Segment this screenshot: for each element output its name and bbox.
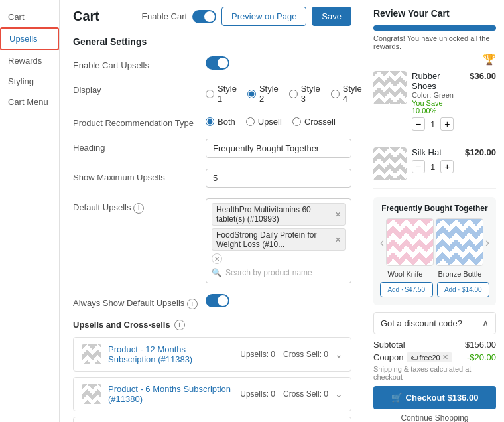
product-0-upsells: Upsells: 0 xyxy=(240,350,275,359)
checkout-button[interactable]: 🛒 Checkout $136.00 xyxy=(373,386,496,409)
display-row: Display Style 1 Style 2 Style 3 Style 4 … xyxy=(73,81,351,104)
fbt-add-row: Add · $47.50 Add · $14.00 xyxy=(380,282,489,297)
max-upsells-control xyxy=(206,169,351,188)
sidebar-item-styling[interactable]: Styling xyxy=(0,71,59,92)
enable-upsells-label: Enable Cart Upsells xyxy=(73,56,206,70)
cart-item-0-minus[interactable]: − xyxy=(412,117,425,131)
display-style4-label: Style 4 xyxy=(343,84,362,104)
cart-item-0-qty: 1 xyxy=(430,119,435,129)
cart-item-1-name: Silk Hat xyxy=(412,147,460,157)
progress-bar-fill xyxy=(373,25,496,31)
continue-shopping-link[interactable]: Continue Shopping xyxy=(373,413,496,422)
default-upsells-label: Default Upsells i xyxy=(73,198,206,214)
display-style4[interactable]: Style 4 xyxy=(331,84,362,104)
display-style1-label: Style 1 xyxy=(218,84,237,104)
sidebar-item-cart[interactable]: Cart xyxy=(0,7,59,27)
fbt-item-1-img xyxy=(436,218,483,266)
product-0-chevron[interactable]: ⌄ xyxy=(335,349,343,360)
display-style2[interactable]: Style 2 xyxy=(247,84,279,104)
tag-search-row: 🔍 Search by product name xyxy=(212,267,346,279)
heading-control xyxy=(206,139,351,158)
rec-both-label: Both xyxy=(218,117,235,127)
display-style3[interactable]: Style 3 xyxy=(289,84,320,104)
coupon-remove[interactable]: ✕ xyxy=(442,353,448,362)
fbt-item-0-img xyxy=(386,218,434,266)
default-upsells-control: HealthPro Multivitamins 60 tablet(s) (#1… xyxy=(206,198,351,283)
fbt-section: Frequently Bought Together ‹ › Wool Knif… xyxy=(373,197,496,305)
rec-upsell[interactable]: Upsell xyxy=(246,117,282,127)
enable-upsells-control xyxy=(206,56,351,70)
heading-input[interactable] xyxy=(206,139,351,158)
cart-icon: 🛒 xyxy=(391,393,402,403)
recommendation-type-label: Product Recommendation Type xyxy=(73,114,206,128)
page-header: Cart Enable Cart Preview on Page Save xyxy=(73,7,351,26)
enable-cart-toggle[interactable] xyxy=(192,10,216,23)
display-style3-label: Style 3 xyxy=(301,84,320,104)
fbt-title: Frequently Bought Together xyxy=(380,204,489,213)
max-upsells-label: Show Maximum Upsells xyxy=(73,169,206,182)
cart-item-0-details: Rubber Shoes Color: Green You Save 10.00… xyxy=(412,71,464,131)
default-upsells-info-icon[interactable]: i xyxy=(133,203,144,214)
fbt-add-0[interactable]: Add · $47.50 xyxy=(380,282,433,297)
tag-input-area[interactable]: HealthPro Multivitamins 60 tablet(s) (#1… xyxy=(206,198,351,283)
product-row-2[interactable]: Ninja Hoodie (#11242) Upsells: 0 Cross S… xyxy=(73,417,351,423)
cart-item-1-plus[interactable]: + xyxy=(440,160,454,173)
product-1-chevron[interactable]: ⌄ xyxy=(335,389,343,399)
display-radio-group: Style 1 Style 2 Style 3 Style 4 Style 5 xyxy=(206,81,365,104)
product-0-thumb xyxy=(82,344,101,364)
recommendation-radio-group: Both Upsell Crossell xyxy=(206,114,351,127)
upsells-section-info-icon[interactable]: i xyxy=(174,320,185,330)
preview-button[interactable]: Preview on Page xyxy=(221,7,306,26)
tag-2-remove[interactable]: ✕ xyxy=(335,236,341,244)
discount-chevron: ∧ xyxy=(482,318,489,328)
sidebar-item-cart-menu[interactable]: Cart Menu xyxy=(0,92,59,112)
fbt-add-1[interactable]: Add · $14.00 xyxy=(437,282,490,297)
product-1-crosssells: Cross Sell: 0 xyxy=(283,389,328,399)
search-icon: 🔍 xyxy=(212,268,221,277)
cart-item-0-plus[interactable]: + xyxy=(440,117,454,131)
progress-bar-container xyxy=(373,25,496,31)
product-row-1[interactable]: Product - 6 Months Subscription (#11380)… xyxy=(73,377,351,411)
sidebar: Cart Upsells Rewards Styling Cart Menu xyxy=(0,0,60,422)
upsells-section-title: Upsells and Cross-sells i xyxy=(73,320,351,330)
cart-item-1-qty: 1 xyxy=(430,162,435,172)
coupon-badge: 🏷 free20 ✕ xyxy=(407,352,452,362)
trophy-icon: 🏆 xyxy=(373,53,496,66)
cart-item-1: Silk Hat − 1 + $120.00 xyxy=(373,147,496,189)
fbt-next[interactable]: › xyxy=(485,236,489,249)
enable-upsells-toggle[interactable] xyxy=(206,56,229,70)
always-show-info-icon[interactable]: i xyxy=(187,299,198,309)
coupon-tag-icon: 🏷 xyxy=(410,354,418,362)
tag-1-remove[interactable]: ✕ xyxy=(335,210,341,219)
discount-header[interactable]: Got a discount code? ∧ xyxy=(381,318,489,328)
fbt-items-names: Wool Knife Bronze Bottle xyxy=(380,270,489,278)
always-show-row: Always Show Default Upsells i xyxy=(73,294,351,309)
cart-item-1-minus[interactable]: − xyxy=(412,160,425,173)
coupon-text: Coupon xyxy=(373,352,404,362)
cart-item-0-save: You Save 10.00% xyxy=(412,99,464,115)
shipping-text: Shipping & taxes calculated at checkout xyxy=(373,365,496,381)
sidebar-item-rewards[interactable]: Rewards xyxy=(0,50,59,71)
tag-2: FoodStrong Daily Protein for Weight Loss… xyxy=(212,228,346,251)
clear-tags[interactable]: ✕ xyxy=(212,253,222,264)
coupon-code: free20 xyxy=(420,354,440,362)
page-title: Cart xyxy=(73,9,99,24)
max-upsells-input[interactable] xyxy=(206,169,351,188)
right-panel: Review Your Cart Congrats! You have unlo… xyxy=(365,0,504,422)
always-show-toggle[interactable] xyxy=(206,294,229,307)
sidebar-item-upsells[interactable]: Upsells xyxy=(0,27,59,50)
rec-both[interactable]: Both xyxy=(206,117,235,127)
cart-item-0-img xyxy=(373,71,407,104)
cart-item-0-price: $36.00 xyxy=(470,71,496,81)
display-style1[interactable]: Style 1 xyxy=(206,84,237,104)
recommendation-type-control: Both Upsell Crossell xyxy=(206,114,351,127)
heading-row: Heading xyxy=(73,139,351,158)
tag-2-label: FoodStrong Daily Protein for Weight Loss… xyxy=(216,230,332,249)
header-right: Enable Cart Preview on Page Save xyxy=(141,7,351,26)
cart-item-0-qty-controls: − 1 + xyxy=(412,117,464,131)
fbt-prev[interactable]: ‹ xyxy=(380,236,384,249)
product-row-0[interactable]: Product - 12 Months Subscription (#11383… xyxy=(73,337,351,372)
recommendation-type-row: Product Recommendation Type Both Upsell … xyxy=(73,114,351,128)
save-button[interactable]: Save xyxy=(312,7,351,26)
rec-crossell[interactable]: Crossell xyxy=(292,117,336,127)
